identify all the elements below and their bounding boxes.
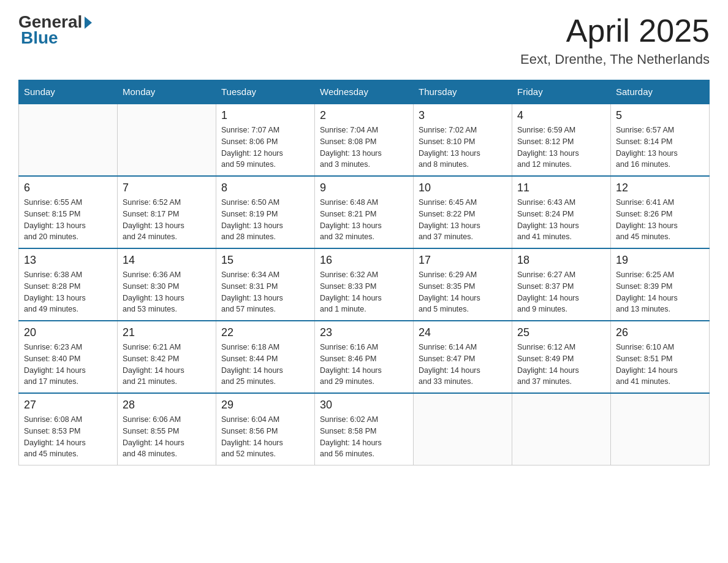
day-cell: 26Sunrise: 6:10 AM Sunset: 8:51 PM Dayli… xyxy=(611,321,710,393)
day-info: Sunrise: 7:02 AM Sunset: 8:10 PM Dayligh… xyxy=(419,124,507,170)
day-cell: 22Sunrise: 6:18 AM Sunset: 8:44 PM Dayli… xyxy=(216,321,315,393)
day-info: Sunrise: 6:55 AM Sunset: 8:15 PM Dayligh… xyxy=(24,197,112,243)
day-info: Sunrise: 6:32 AM Sunset: 8:33 PM Dayligh… xyxy=(320,269,408,315)
day-cell: 10Sunrise: 6:45 AM Sunset: 8:22 PM Dayli… xyxy=(414,176,512,248)
day-info: Sunrise: 6:21 AM Sunset: 8:42 PM Dayligh… xyxy=(123,342,211,388)
day-cell: 13Sunrise: 6:38 AM Sunset: 8:28 PM Dayli… xyxy=(19,248,118,321)
day-info: Sunrise: 6:50 AM Sunset: 8:19 PM Dayligh… xyxy=(221,197,309,243)
week-row-3: 20Sunrise: 6:23 AM Sunset: 8:40 PM Dayli… xyxy=(19,321,710,393)
day-number: 8 xyxy=(221,182,309,194)
day-number: 3 xyxy=(419,109,507,122)
day-cell xyxy=(19,104,118,176)
day-info: Sunrise: 6:16 AM Sunset: 8:46 PM Dayligh… xyxy=(320,342,408,388)
day-info: Sunrise: 6:52 AM Sunset: 8:17 PM Dayligh… xyxy=(123,197,211,243)
day-number: 17 xyxy=(419,254,507,267)
day-number: 19 xyxy=(616,254,704,267)
day-number: 27 xyxy=(24,399,112,412)
header-cell-sunday: Sunday xyxy=(19,80,118,104)
day-number: 6 xyxy=(24,182,112,194)
day-info: Sunrise: 6:10 AM Sunset: 8:51 PM Dayligh… xyxy=(616,342,704,388)
day-cell: 29Sunrise: 6:04 AM Sunset: 8:56 PM Dayli… xyxy=(216,393,315,465)
day-number: 23 xyxy=(320,326,408,339)
day-number: 1 xyxy=(221,109,309,122)
header-row: SundayMondayTuesdayWednesdayThursdayFrid… xyxy=(19,80,710,104)
day-cell: 12Sunrise: 6:41 AM Sunset: 8:26 PM Dayli… xyxy=(611,176,710,248)
logo-blue-text: Blue xyxy=(18,28,58,48)
week-row-2: 13Sunrise: 6:38 AM Sunset: 8:28 PM Dayli… xyxy=(19,248,710,321)
week-row-0: 1Sunrise: 7:07 AM Sunset: 8:06 PM Daylig… xyxy=(19,104,710,176)
day-number: 29 xyxy=(221,399,309,412)
day-info: Sunrise: 6:23 AM Sunset: 8:40 PM Dayligh… xyxy=(24,342,112,388)
day-number: 7 xyxy=(123,182,211,194)
day-info: Sunrise: 6:06 AM Sunset: 8:55 PM Dayligh… xyxy=(123,414,211,460)
day-cell: 6Sunrise: 6:55 AM Sunset: 8:15 PM Daylig… xyxy=(19,176,118,248)
header-cell-friday: Friday xyxy=(512,80,611,104)
day-number: 2 xyxy=(320,109,408,122)
day-number: 28 xyxy=(123,399,211,412)
day-info: Sunrise: 6:08 AM Sunset: 8:53 PM Dayligh… xyxy=(24,414,112,460)
page-header: General Blue April 2025 Eext, Drenthe, T… xyxy=(18,12,710,67)
day-info: Sunrise: 6:45 AM Sunset: 8:22 PM Dayligh… xyxy=(419,197,507,243)
header-cell-monday: Monday xyxy=(118,80,216,104)
day-cell: 30Sunrise: 6:02 AM Sunset: 8:58 PM Dayli… xyxy=(315,393,414,465)
day-number: 30 xyxy=(320,399,408,412)
day-cell: 8Sunrise: 6:50 AM Sunset: 8:19 PM Daylig… xyxy=(216,176,315,248)
day-number: 16 xyxy=(320,254,408,267)
day-cell: 9Sunrise: 6:48 AM Sunset: 8:21 PM Daylig… xyxy=(315,176,414,248)
day-info: Sunrise: 6:57 AM Sunset: 8:14 PM Dayligh… xyxy=(616,124,704,170)
day-number: 9 xyxy=(320,182,408,194)
day-cell: 27Sunrise: 6:08 AM Sunset: 8:53 PM Dayli… xyxy=(19,393,118,465)
day-cell: 7Sunrise: 6:52 AM Sunset: 8:17 PM Daylig… xyxy=(118,176,216,248)
day-info: Sunrise: 6:41 AM Sunset: 8:26 PM Dayligh… xyxy=(616,197,704,243)
header-cell-wednesday: Wednesday xyxy=(315,80,414,104)
day-info: Sunrise: 6:34 AM Sunset: 8:31 PM Dayligh… xyxy=(221,269,309,315)
day-number: 15 xyxy=(221,254,309,267)
day-cell: 19Sunrise: 6:25 AM Sunset: 8:39 PM Dayli… xyxy=(611,248,710,321)
day-cell: 24Sunrise: 6:14 AM Sunset: 8:47 PM Dayli… xyxy=(414,321,512,393)
day-cell: 17Sunrise: 6:29 AM Sunset: 8:35 PM Dayli… xyxy=(414,248,512,321)
day-info: Sunrise: 6:43 AM Sunset: 8:24 PM Dayligh… xyxy=(517,197,605,243)
day-cell: 15Sunrise: 6:34 AM Sunset: 8:31 PM Dayli… xyxy=(216,248,315,321)
week-row-1: 6Sunrise: 6:55 AM Sunset: 8:15 PM Daylig… xyxy=(19,176,710,248)
day-info: Sunrise: 6:36 AM Sunset: 8:30 PM Dayligh… xyxy=(123,269,211,315)
day-number: 24 xyxy=(419,326,507,339)
day-cell: 21Sunrise: 6:21 AM Sunset: 8:42 PM Dayli… xyxy=(118,321,216,393)
day-info: Sunrise: 7:07 AM Sunset: 8:06 PM Dayligh… xyxy=(221,124,309,170)
location-title: Eext, Drenthe, The Netherlands xyxy=(520,52,710,67)
day-cell: 3Sunrise: 7:02 AM Sunset: 8:10 PM Daylig… xyxy=(414,104,512,176)
header-cell-tuesday: Tuesday xyxy=(216,80,315,104)
day-info: Sunrise: 6:02 AM Sunset: 8:58 PM Dayligh… xyxy=(320,414,408,460)
day-cell: 16Sunrise: 6:32 AM Sunset: 8:33 PM Dayli… xyxy=(315,248,414,321)
day-number: 25 xyxy=(517,326,605,339)
calendar-body: 1Sunrise: 7:07 AM Sunset: 8:06 PM Daylig… xyxy=(19,104,710,465)
day-number: 26 xyxy=(616,326,704,339)
day-number: 4 xyxy=(517,109,605,122)
day-number: 12 xyxy=(616,182,704,194)
day-number: 18 xyxy=(517,254,605,267)
day-cell: 11Sunrise: 6:43 AM Sunset: 8:24 PM Dayli… xyxy=(512,176,611,248)
day-number: 13 xyxy=(24,254,112,267)
day-info: Sunrise: 7:04 AM Sunset: 8:08 PM Dayligh… xyxy=(320,124,408,170)
day-cell: 4Sunrise: 6:59 AM Sunset: 8:12 PM Daylig… xyxy=(512,104,611,176)
day-info: Sunrise: 6:14 AM Sunset: 8:47 PM Dayligh… xyxy=(419,342,507,388)
calendar-table: SundayMondayTuesdayWednesdayThursdayFrid… xyxy=(18,80,710,465)
day-info: Sunrise: 6:29 AM Sunset: 8:35 PM Dayligh… xyxy=(419,269,507,315)
day-cell: 23Sunrise: 6:16 AM Sunset: 8:46 PM Dayli… xyxy=(315,321,414,393)
day-cell: 20Sunrise: 6:23 AM Sunset: 8:40 PM Dayli… xyxy=(19,321,118,393)
day-info: Sunrise: 6:25 AM Sunset: 8:39 PM Dayligh… xyxy=(616,269,704,315)
day-cell xyxy=(118,104,216,176)
day-number: 5 xyxy=(616,109,704,122)
header-cell-thursday: Thursday xyxy=(414,80,512,104)
day-info: Sunrise: 6:59 AM Sunset: 8:12 PM Dayligh… xyxy=(517,124,605,170)
day-cell xyxy=(611,393,710,465)
day-number: 10 xyxy=(419,182,507,194)
day-info: Sunrise: 6:04 AM Sunset: 8:56 PM Dayligh… xyxy=(221,414,309,460)
day-cell: 18Sunrise: 6:27 AM Sunset: 8:37 PM Dayli… xyxy=(512,248,611,321)
day-info: Sunrise: 6:27 AM Sunset: 8:37 PM Dayligh… xyxy=(517,269,605,315)
day-number: 20 xyxy=(24,326,112,339)
month-title: April 2025 xyxy=(520,12,710,49)
day-cell xyxy=(512,393,611,465)
logo: General Blue xyxy=(18,12,92,48)
logo-arrow-icon xyxy=(85,17,92,29)
day-info: Sunrise: 6:48 AM Sunset: 8:21 PM Dayligh… xyxy=(320,197,408,243)
